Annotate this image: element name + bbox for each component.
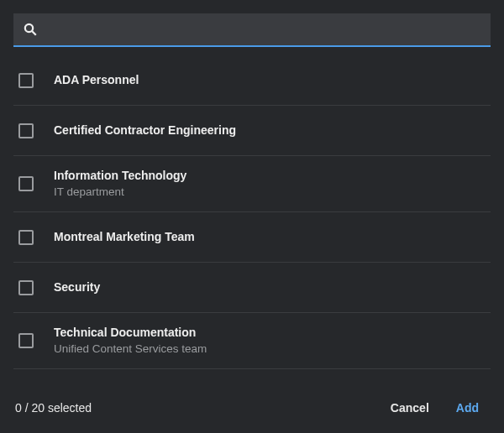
list-item-text: Montreal Marketing Team <box>54 229 195 245</box>
list-item[interactable]: Technical DocumentationUnified Content S… <box>13 313 491 369</box>
svg-line-1 <box>32 31 36 35</box>
group-list: ADA PersonnelCertified Contractor Engine… <box>0 47 504 384</box>
list-item-title: Montreal Marketing Team <box>54 229 195 245</box>
list-item[interactable]: Montreal Marketing Team <box>13 212 491 263</box>
search-box[interactable] <box>13 13 491 47</box>
footer-bar: 0 / 20 selected Cancel Add <box>0 384 504 433</box>
list-item[interactable]: ADA Personnel <box>13 55 491 106</box>
add-button[interactable]: Add <box>446 396 489 420</box>
checkbox[interactable] <box>18 280 34 295</box>
search-container <box>0 0 504 47</box>
checkbox[interactable] <box>18 73 34 88</box>
cancel-button[interactable]: Cancel <box>381 396 439 420</box>
selection-status: 0 / 20 selected <box>15 401 92 415</box>
list-item-title: Security <box>54 279 100 295</box>
checkbox[interactable] <box>18 230 34 245</box>
list-item[interactable]: Information TechnologyIT department <box>13 156 491 212</box>
list-item[interactable]: Security <box>13 263 491 313</box>
list-item[interactable]: Certified Contractor Engineering <box>13 106 491 156</box>
list-item-text: Certified Contractor Engineering <box>54 123 236 138</box>
list-item-title: Certified Contractor Engineering <box>54 123 236 138</box>
list-item-title: ADA Personnel <box>54 72 139 88</box>
checkbox[interactable] <box>18 176 34 191</box>
list-item-text: Technical DocumentationUnified Content S… <box>54 325 207 357</box>
list-item-text: ADA Personnel <box>54 72 139 88</box>
svg-point-0 <box>25 24 33 32</box>
checkbox[interactable] <box>18 333 34 348</box>
list-item-subtitle: IT department <box>54 185 186 200</box>
list-item-subtitle: Unified Content Services team <box>54 342 207 357</box>
search-icon <box>22 21 39 38</box>
list-item-title: Information Technology <box>54 168 186 184</box>
search-input[interactable] <box>39 13 482 45</box>
checkbox[interactable] <box>18 123 34 138</box>
list-item-text: Information TechnologyIT department <box>54 168 186 200</box>
list-item-text: Security <box>54 279 100 295</box>
list-item-title: Technical Documentation <box>54 325 207 341</box>
